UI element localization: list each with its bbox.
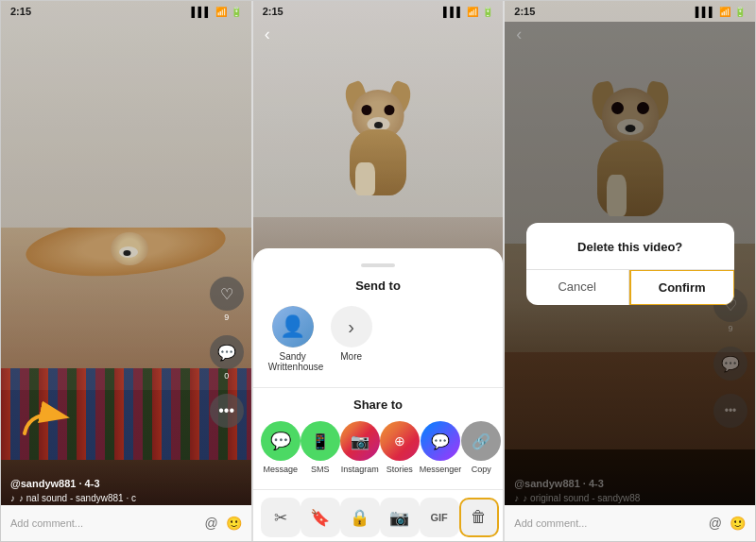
divider-1 (253, 387, 504, 388)
signal-icon-3: ▌▌▌ (696, 7, 715, 17)
emoji-icon[interactable]: 🙂 (226, 516, 242, 531)
delete-icon: 🗑 (459, 498, 499, 537)
message-app-icon: 💬 (261, 421, 301, 461)
comment-count: 0 (224, 371, 229, 381)
panel3-time: 2:15 (514, 6, 535, 17)
privacy-icon: 🔒 (340, 498, 380, 537)
app-message[interactable]: 💬 Message (261, 421, 301, 474)
panel1-sound: ♪ ♪ nal sound - sandyw881 · c (10, 493, 242, 503)
more-label: More (340, 351, 362, 362)
battery-icon-3: 🔋 (734, 7, 746, 17)
favorites-icon: 🔖 (301, 498, 340, 537)
option-livephoto[interactable]: 📷 Live photo (380, 498, 420, 541)
share-sheet: Send to 👤 Sandy Writtenhouse › More Shar… (253, 248, 504, 541)
music-note-icon: ♪ (10, 493, 15, 503)
messenger-app-label: Messenger (420, 465, 462, 474)
panel1-comment-icons: @ 🙂 (204, 516, 241, 531)
heart-count: 9 (224, 313, 229, 322)
divider-2 (253, 489, 504, 490)
app-sms[interactable]: 📱 SMS (301, 421, 340, 474)
wifi-icon-3: 📶 (719, 7, 730, 17)
recipient-sandy[interactable]: 👤 Sandy Writtenhouse (268, 306, 318, 372)
share-options-row: ✂ Stitch 🔖 Add toFavorites 🔒 Privacysett… (253, 498, 504, 541)
panel1-username: @sandyw881 · 4-3 (10, 478, 242, 489)
app-copy[interactable]: 🔗 Copy (461, 421, 501, 474)
screenshot-container: 2:15 ▌▌▌ 📶 🔋 ♡ 9 💬 0 ••• (0, 0, 756, 542)
panel-3: 2:15 ▌▌▌ 📶 🔋 ‹ ♡ 9 💬 ••• @sandyw881 · (504, 1, 755, 541)
app-stories[interactable]: ⊕ Stories (380, 421, 420, 474)
share-to-title: Share to (253, 398, 504, 412)
heart-action[interactable]: ♡ 9 (210, 277, 244, 322)
panel-2: 2:15 ▌▌▌ 📶 🔋 ‹ Send to 👤 Sandy Writtenho… (252, 1, 505, 541)
battery-icon: 🔋 (231, 7, 242, 17)
sms-app-icon: 📱 (301, 421, 340, 461)
panel2-time: 2:15 (263, 6, 284, 17)
sheet-handle (361, 263, 395, 267)
dialog-buttons: Cancel Confirm (526, 269, 734, 305)
arrow-svg (20, 396, 72, 438)
wifi-icon: 📶 (215, 7, 227, 17)
share-apps-row: 💬 Message 📱 SMS 📷 Instagram ⊕ Stories 💬 (253, 421, 504, 474)
panel1-overlay (1, 1, 251, 541)
mention-icon-3[interactable]: @ (709, 516, 722, 531)
stories-app-label: Stories (387, 465, 413, 474)
panel3-status-bar: 2:15 ▌▌▌ 📶 🔋 (505, 1, 755, 22)
panel1-time: 2:15 (10, 6, 31, 17)
more-option[interactable]: › More (331, 306, 372, 372)
panel1-comment-bar: Add comment... @ 🙂 (1, 505, 251, 541)
sms-app-label: SMS (311, 465, 330, 474)
send-to-title: Send to (253, 279, 504, 293)
signal-icon-2: ▌▌▌ (443, 7, 463, 17)
wifi-icon-2: 📶 (467, 7, 478, 17)
panel3-comment-input[interactable]: Add comment... (514, 517, 702, 529)
app-instagram[interactable]: 📷 Instagram (340, 421, 380, 474)
livephoto-icon: 📷 (380, 498, 420, 537)
panel1-comment-input[interactable]: Add comment... (10, 517, 198, 529)
option-gif[interactable]: GIF Shareas GIF (420, 498, 459, 541)
option-favorites[interactable]: 🔖 Add toFavorites (301, 498, 340, 541)
stitch-icon: ✂ (261, 498, 301, 537)
option-privacy[interactable]: 🔒 Privacysettings (340, 498, 380, 541)
app-messenger[interactable]: 💬 Messenger (420, 421, 462, 474)
share-recipients-row: 👤 Sandy Writtenhouse › More (253, 306, 504, 372)
panel1-status-bar: 2:15 ▌▌▌ 📶 🔋 (1, 1, 251, 22)
panel3-comment-icons: @ 🙂 (709, 516, 746, 531)
panel1-bottom-info: @sandyw881 · 4-3 ♪ ♪ nal sound - sandyw8… (1, 478, 251, 503)
battery-icon-2: 🔋 (482, 7, 493, 17)
mention-icon[interactable]: @ (204, 516, 217, 531)
confirm-dialog-label: Confirm (659, 280, 706, 295)
panel3-back-arrow[interactable]: ‹ (516, 25, 522, 44)
comment-action[interactable]: 💬 0 (210, 335, 244, 381)
panel3-status-icons: ▌▌▌ 📶 🔋 (696, 7, 746, 17)
panel2-back-arrow[interactable]: ‹ (265, 25, 270, 44)
delete-dialog-overlay: Delete this video? Cancel Confirm (505, 22, 755, 505)
copy-app-icon: 🔗 (461, 421, 501, 461)
more-circle-icon: › (331, 306, 372, 347)
cancel-dialog-button[interactable]: Cancel (526, 270, 629, 305)
panel1-status-icons: ▌▌▌ 📶 🔋 (191, 7, 241, 17)
confirm-dialog-button[interactable]: Confirm (629, 269, 734, 305)
instagram-app-icon: 📷 (340, 421, 380, 461)
more-action[interactable]: ••• (210, 394, 244, 428)
copy-app-label: Copy (472, 465, 491, 474)
signal-icon: ▌▌▌ (191, 7, 211, 17)
arrow-indicator (20, 396, 212, 442)
messenger-app-icon: 💬 (421, 421, 460, 461)
panel1-action-buttons: ♡ 9 💬 0 ••• (210, 277, 244, 428)
instagram-app-label: Instagram (341, 465, 379, 474)
dialog-title: Delete this video? (541, 240, 719, 254)
cancel-dialog-label: Cancel (558, 279, 595, 294)
emoji-icon-3[interactable]: 🙂 (730, 516, 746, 531)
gif-icon: GIF (420, 498, 459, 537)
option-delete[interactable]: 🗑 Delete (459, 498, 499, 541)
sandy-avatar: 👤 (272, 306, 314, 347)
sandy-name: Sandy Writtenhouse (268, 351, 318, 372)
panel2-status-bar: 2:15 ▌▌▌ 📶 🔋 (253, 1, 504, 22)
option-stitch[interactable]: ✂ Stitch (261, 498, 301, 541)
comment-icon-circle: 💬 (210, 335, 244, 369)
panel-1: 2:15 ▌▌▌ 📶 🔋 ♡ 9 💬 0 ••• (1, 1, 252, 541)
panel1-sound-text: ♪ nal sound - sandyw881 · c (19, 493, 136, 503)
more-icon-circle: ••• (210, 394, 244, 428)
stories-app-icon: ⊕ (380, 421, 420, 461)
delete-dialog: Delete this video? Cancel Confirm (526, 223, 734, 305)
